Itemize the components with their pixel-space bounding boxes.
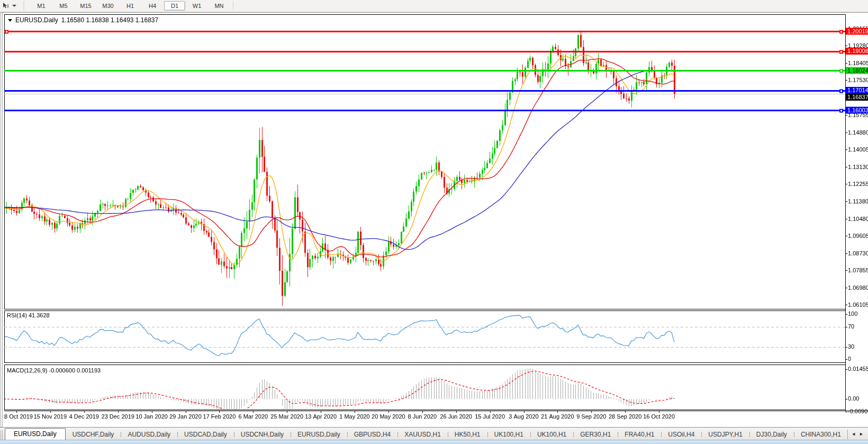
cursor-tool-button[interactable] [0,1,19,11]
tf-button-m30[interactable]: M30 [97,1,119,11]
tf-button-mn[interactable]: MN [209,1,230,11]
symbol-tabs: EURUSD,DailyUSDCHF,DailyAUDUSD,DailyUSDC… [5,428,847,440]
window-bottom-edge [0,440,868,444]
timeframe-toolbar: M1M5M15M30H1H4D1W1MN [0,0,868,12]
window-splitter[interactable] [0,13,4,427]
tab-item[interactable]: GBPUSD,H4 [347,429,397,440]
tab-scrollers: ◄ ► [847,430,868,439]
mt4-window: M1M5M15M30H1H4D1W1MN EURUSD,Daily 1.1658… [0,0,868,444]
tab-item[interactable]: USDCHF,Daily [66,429,121,440]
tab-item[interactable]: GER30,H1 [573,429,618,440]
tf-button-m5[interactable]: M5 [53,1,74,11]
tab-item-active[interactable]: EURUSD,Daily [5,428,66,440]
chart-title: EURUSD,Daily 1.16580 1.16838 1.16493 1.1… [8,16,158,24]
toolbar-separator [233,1,233,11]
macd-indicator-label: MACD(12,26,9) -0.000600 0.001193 [7,367,101,374]
tab-bar-grip [1,430,4,440]
tab-item[interactable]: XAUUSD,H1 [397,429,448,440]
tf-button-m1[interactable]: M1 [31,1,52,11]
cursor-tool-dropdown-icon[interactable] [12,5,16,7]
tab-item[interactable]: USOil,H4 [661,429,701,440]
tab-item[interactable]: CHINA300,H1 [794,429,847,440]
timeframe-buttons: M1M5M15M30H1H4D1W1MN [29,1,230,11]
chart-collapse-icon[interactable] [8,19,12,22]
tab-item[interactable]: UK100,H1 [530,429,573,440]
tab-scroll-right-icon[interactable]: ► [859,432,864,437]
cursor-tool-icon [2,2,10,10]
tab-scroll-left-icon[interactable]: ◄ [851,432,856,437]
chart-canvas[interactable] [0,13,868,427]
chart-title-ohlc: 1.16580 1.16838 1.16493 1.16837 [61,16,159,24]
tf-button-m15[interactable]: M15 [75,1,96,11]
tf-button-h1[interactable]: H1 [120,1,141,11]
rsi-indicator-label: RSI(14) 41.3628 [7,312,50,318]
tab-item[interactable]: EURUSD,Daily [291,429,347,440]
tab-item[interactable]: UK100,H1 [487,429,530,440]
toolbar-grip[interactable] [23,2,25,10]
chart-tab-bar: EURUSD,DailyUSDCHF,DailyAUDUSD,DailyUSDC… [0,427,868,440]
tab-item[interactable]: USDCNH,Daily [234,429,291,440]
chart-title-symbol: EURUSD,Daily [15,16,58,24]
tf-button-d1[interactable]: D1 [164,1,185,11]
tab-item[interactable]: FRA40,H1 [618,429,661,440]
tab-item[interactable]: USDJPY,H1 [701,429,749,440]
tab-item[interactable]: DJ30,Daily [749,429,794,440]
tab-item[interactable]: HK50,H1 [448,429,487,440]
tf-button-h4[interactable]: H4 [142,1,163,11]
tab-item[interactable]: AUDUSD,Daily [121,429,177,440]
tab-item[interactable]: USDCAD,Daily [177,429,234,440]
tf-button-w1[interactable]: W1 [186,1,207,11]
